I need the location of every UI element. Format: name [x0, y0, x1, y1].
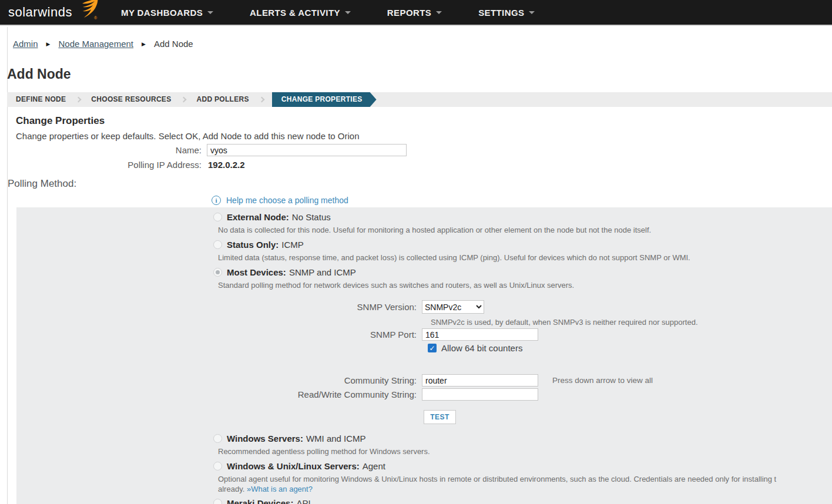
- nav-my-dashboards[interactable]: MY DASHBOARDS: [113, 0, 222, 25]
- snmp-port-row: SNMP Port:: [16, 328, 538, 341]
- option-most-devices-title: Most Devices:: [227, 267, 286, 277]
- nav-reports-label: REPORTS: [387, 8, 431, 18]
- checked-checkbox-icon[interactable]: ✓: [428, 344, 437, 352]
- option-most-devices-suffix: SNMP and ICMP: [289, 267, 356, 277]
- breadcrumb-admin-link[interactable]: Admin: [13, 39, 38, 49]
- option-windows-unix-linux-title: Windows & Unix/Linux Servers:: [227, 461, 360, 471]
- polling-method-help-link[interactable]: Help me choose a polling method: [226, 196, 348, 205]
- wizard-step-change-properties-active[interactable]: CHANGE PROPERTIES: [272, 92, 377, 107]
- chevron-down-icon: [207, 11, 213, 14]
- name-row: Name:: [7, 144, 407, 156]
- nav-reports[interactable]: REPORTS: [379, 0, 450, 25]
- rw-community-string-row: Read/Write Community String:: [16, 388, 538, 401]
- option-status-only-title: Status Only:: [227, 240, 279, 250]
- snmp-port-label: SNMP Port:: [16, 330, 422, 340]
- snmp-version-label: SNMP Version:: [16, 302, 422, 312]
- name-input[interactable]: [207, 144, 407, 156]
- option-meraki-devices-title: Meraki Devices:: [227, 498, 293, 504]
- test-button[interactable]: TEST: [424, 410, 456, 424]
- option-meraki-devices[interactable]: Meraki Devices: API: [213, 498, 311, 504]
- desc-line2-prefix: already.: [218, 485, 247, 493]
- option-windows-unix-linux-desc: Optional agent useful for monitoring Win…: [218, 475, 832, 483]
- wizard-step-define-node[interactable]: DEFINE NODE: [7, 92, 73, 107]
- solarwinds-logo[interactable]: solarwinds ®: [8, 0, 102, 25]
- community-string-hint: Press down arrow to view all: [552, 376, 653, 385]
- option-windows-unix-linux-desc-line2: already. »What is an agent?: [218, 485, 313, 493]
- wizard-step-add-pollers[interactable]: ADD POLLERS: [189, 92, 256, 107]
- polling-method-help[interactable]: i Help me choose a polling method: [212, 196, 348, 205]
- polling-ip-value: 192.0.2.2: [207, 160, 245, 170]
- option-windows-unix-linux[interactable]: Windows & Unix/Linux Servers: Agent: [213, 461, 385, 471]
- option-windows-servers-suffix: WMI and ICMP: [306, 434, 366, 443]
- breadcrumb: Admin ▶ Node Management ▶ Add Node: [13, 39, 193, 49]
- snmp-version-select[interactable]: SNMPv2c: [422, 300, 484, 314]
- info-icon: i: [212, 196, 221, 205]
- page-title: Add Node: [7, 66, 71, 82]
- chevron-down-icon: [436, 11, 442, 14]
- snmp-port-input[interactable]: [422, 328, 538, 341]
- polling-ip-row: Polling IP Address: 192.0.2.2: [7, 160, 245, 170]
- community-string-row: Community String:: [16, 374, 538, 387]
- chevron-down-icon: [529, 11, 535, 14]
- add-node-page: solarwinds ® MY DASHBOARDS ALERTS & ACTI…: [0, 0, 832, 504]
- nav-alerts-activity[interactable]: ALERTS & ACTIVITY: [241, 0, 359, 25]
- wizard-step-bar: DEFINE NODE CHOOSE RESOURCES ADD POLLERS…: [7, 92, 832, 107]
- nav-my-dashboards-label: MY DASHBOARDS: [121, 8, 203, 18]
- option-windows-servers-title: Windows Servers:: [227, 434, 303, 443]
- chevron-right-icon: [181, 97, 187, 103]
- counters-checkbox-row[interactable]: ✓ Allow 64 bit counters: [428, 343, 522, 353]
- polling-ip-label: Polling IP Address:: [7, 160, 207, 170]
- community-string-label: Community String:: [16, 375, 422, 385]
- option-status-only[interactable]: Status Only: ICMP: [213, 240, 304, 250]
- section-title: Change Properties: [16, 115, 105, 127]
- radio-status-only[interactable]: [213, 240, 222, 249]
- snmp-version-row: SNMP Version: SNMPv2c: [16, 300, 484, 314]
- option-status-only-suffix: ICMP: [281, 240, 304, 250]
- what-is-an-agent-link[interactable]: »What is an agent?: [247, 485, 313, 493]
- option-external-node[interactable]: External Node: No Status: [213, 212, 331, 222]
- option-meraki-devices-suffix: API: [296, 498, 310, 504]
- breadcrumb-arrow-icon: ▶: [46, 41, 51, 47]
- radio-windows-unix-linux[interactable]: [213, 462, 222, 471]
- radio-most-devices-selected[interactable]: [213, 268, 222, 277]
- breadcrumb-node-management-link[interactable]: Node Management: [58, 39, 133, 49]
- rw-community-string-label: Read/Write Community String:: [16, 389, 422, 399]
- polling-options-panel: External Node: No Status No data is coll…: [16, 207, 832, 504]
- registered-mark: ®: [94, 16, 97, 20]
- polling-method-label: Polling Method:: [8, 178, 76, 190]
- option-most-devices-desc: Standard polling method for network devi…: [218, 281, 574, 290]
- radio-meraki-devices[interactable]: [213, 499, 222, 504]
- chevron-down-icon: [345, 11, 351, 14]
- option-external-node-suffix: No Status: [292, 212, 331, 222]
- name-label: Name:: [7, 145, 207, 155]
- nav-settings-label: SETTINGS: [478, 8, 524, 18]
- option-most-devices[interactable]: Most Devices: SNMP and ICMP: [213, 267, 356, 277]
- section-subtitle: Change properties or keep defaults. Sele…: [16, 131, 360, 141]
- nav-alerts-activity-label: ALERTS & ACTIVITY: [250, 8, 340, 18]
- option-windows-servers-desc: Recommended agentless polling method for…: [218, 447, 430, 456]
- option-external-node-desc: No data is collected for this node. Usef…: [218, 226, 651, 234]
- nav-settings[interactable]: SETTINGS: [470, 0, 543, 25]
- chevron-right-icon: [259, 97, 264, 103]
- option-windows-unix-linux-suffix: Agent: [363, 461, 385, 471]
- nav-menu: MY DASHBOARDS ALERTS & ACTIVITY REPORTS …: [113, 0, 543, 25]
- radio-external-node[interactable]: [213, 213, 222, 221]
- rw-community-string-input[interactable]: [422, 388, 538, 401]
- option-external-node-title: External Node:: [227, 212, 289, 222]
- option-status-only-desc: Limited data (status, response time, and…: [218, 253, 690, 262]
- radio-windows-servers[interactable]: [213, 434, 222, 443]
- breadcrumb-current: Add Node: [154, 39, 193, 49]
- counters-checkbox-label: Allow 64 bit counters: [441, 343, 522, 353]
- snmp-version-help-text: SNMPv2c is used, by default, when SNMPv3…: [431, 318, 698, 327]
- top-nav: solarwinds ® MY DASHBOARDS ALERTS & ACTI…: [0, 0, 832, 26]
- community-string-input[interactable]: [422, 374, 538, 387]
- wizard-step-choose-resources[interactable]: CHOOSE RESOURCES: [84, 92, 178, 107]
- option-windows-servers[interactable]: Windows Servers: WMI and ICMP: [213, 434, 366, 443]
- breadcrumb-arrow-icon: ▶: [142, 41, 146, 47]
- solarwinds-logo-text: solarwinds: [8, 0, 72, 25]
- chevron-right-icon: [76, 97, 82, 103]
